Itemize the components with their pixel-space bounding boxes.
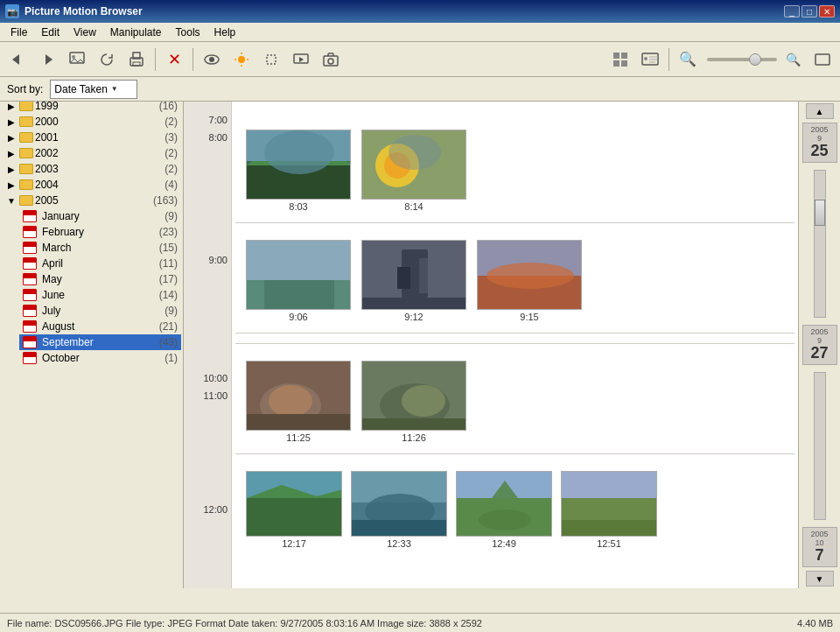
sort-label: Sort by: [7, 83, 43, 95]
fullscreen-button[interactable] [808, 46, 836, 74]
photo-thumb-912[interactable] [361, 240, 466, 310]
date-marker-oct7[interactable]: 2005 10 7 [802, 527, 837, 567]
photo-thumb-915[interactable] [477, 240, 582, 310]
photo-grid[interactable]: 8:03 8:14 [232, 102, 798, 588]
cal-icon-february [23, 226, 37, 238]
right-scrollbar[interactable] [814, 170, 826, 318]
photo-thumb-1125[interactable] [246, 361, 351, 431]
photo-thumb-1249[interactable] [456, 471, 552, 537]
menu-edit[interactable]: Edit [34, 25, 66, 40]
tree-label-2001: 2001 [35, 131, 159, 144]
menu-view[interactable]: View [66, 25, 103, 40]
scroll-up-button[interactable]: ▲ [806, 103, 834, 119]
tree-year-2003[interactable]: ▶ 2003 (2) [2, 161, 181, 177]
tree-year-2001[interactable]: ▶ 2001 (3) [2, 130, 181, 145]
zoom-slider-thumb[interactable] [749, 53, 761, 66]
red-eye-button[interactable] [198, 46, 226, 74]
date-marker-sep25[interactable]: 2005 9 25 [802, 123, 837, 163]
delete-button[interactable]: ✕ [160, 46, 188, 74]
camera-connect-button[interactable] [636, 46, 664, 74]
date-marker-day-2: 27 [810, 345, 828, 362]
zoom-slider[interactable] [707, 58, 777, 61]
photo-grid-inner: 8:03 8:14 [232, 102, 798, 559]
divider-9 [235, 222, 794, 229]
tree-year-2002[interactable]: ▶ 2002 (2) [2, 145, 181, 161]
count-september: (43) [159, 336, 178, 348]
menu-help[interactable]: Help [207, 25, 243, 40]
folder-icon-2000 [19, 116, 33, 127]
tree-year-2004[interactable]: ▶ 2004 (4) [2, 177, 181, 193]
month-july[interactable]: July (9) [19, 303, 181, 319]
svg-point-57 [269, 385, 312, 417]
minimize-button[interactable]: _ [784, 5, 800, 18]
month-june[interactable]: June (14) [19, 287, 181, 303]
divider-12 [235, 453, 794, 460]
status-text: File name: DSC09566.JPG File type: JPEG … [7, 618, 482, 628]
count-2001: (3) [164, 131, 178, 144]
time-label-1200: 12:00 [203, 504, 228, 515]
month-april[interactable]: April (11) [19, 256, 181, 271]
time-label-1000: 10:00 [203, 373, 228, 383]
maximize-button[interactable]: □ [802, 5, 817, 18]
brightness-button[interactable] [228, 46, 256, 74]
right-scrollbar-2[interactable] [814, 372, 826, 520]
count-february: (23) [159, 226, 178, 238]
svg-rect-77 [562, 472, 657, 498]
cal-icon-june [23, 289, 37, 301]
month-january[interactable]: January (9) [19, 208, 181, 224]
zoom-out-button[interactable]: 🔍 [674, 46, 702, 74]
date-marker-sep27[interactable]: 2005 9 27 [802, 325, 837, 365]
back-button[interactable] [4, 46, 32, 74]
photo-cell-915: 9:15 [477, 240, 582, 322]
zoom-in-button[interactable]: 🔍 [779, 46, 807, 74]
month-october[interactable]: October (1) [19, 350, 181, 366]
photo-thumb-1126[interactable] [361, 361, 466, 431]
svg-point-1 [72, 55, 75, 59]
svg-rect-44 [264, 280, 334, 310]
slideshow-button[interactable] [287, 46, 315, 74]
photo-thumb-1217[interactable] [246, 471, 342, 537]
photo-thumb-814[interactable] [361, 130, 466, 200]
photo-thumb-1233[interactable] [351, 471, 447, 537]
close-button[interactable]: ✕ [819, 5, 835, 18]
camera-button[interactable] [317, 46, 345, 74]
crop-button[interactable] [257, 46, 285, 74]
print-button[interactable] [122, 46, 150, 74]
scroll-down-button[interactable]: ▼ [806, 571, 834, 586]
photo-label-1126: 11:26 [402, 432, 426, 443]
menu-tools[interactable]: Tools [169, 25, 207, 40]
month-february[interactable]: February (23) [19, 224, 181, 240]
divider-10 [235, 333, 794, 340]
svg-rect-12 [267, 55, 276, 64]
tree-year-2005[interactable]: ▼ 2005 (163) [2, 193, 181, 208]
photo-thumb-1251[interactable] [561, 471, 657, 537]
forward-button[interactable] [33, 46, 61, 74]
month-label-march: March [42, 242, 154, 254]
count-august: (21) [159, 320, 178, 333]
tree-arrow-1999: ▶ [5, 100, 18, 112]
menu-manipulate[interactable]: Manipulate [103, 25, 169, 40]
month-label-january: January [42, 210, 159, 222]
photo-cell-803: 8:03 [246, 130, 351, 212]
photo-thumb-803[interactable] [246, 130, 351, 200]
count-june: (14) [159, 289, 178, 301]
separator-1 [155, 48, 156, 71]
tree-label-2002: 2002 [35, 147, 159, 159]
count-july: (9) [164, 305, 178, 317]
month-may[interactable]: May (17) [19, 271, 181, 287]
rotate-button[interactable] [93, 46, 121, 74]
month-september[interactable]: September (43) [19, 334, 181, 350]
sort-dropdown[interactable]: Date Taken ▼ [50, 80, 137, 99]
month-august[interactable]: August (21) [19, 319, 181, 334]
photo-thumb-906[interactable] [246, 240, 351, 310]
scrollbar-thumb[interactable] [815, 200, 825, 226]
thumbnail-view-button[interactable] [606, 46, 634, 74]
photo-row-9: 9:06 [235, 233, 794, 329]
month-march[interactable]: March (15) [19, 240, 181, 256]
time-label-800: 8:00 [209, 132, 228, 143]
count-may: (17) [159, 273, 178, 285]
tree-year-2000[interactable]: ▶ 2000 (2) [2, 114, 181, 130]
menu-file[interactable]: File [4, 25, 34, 40]
photo-label-915: 9:15 [520, 312, 538, 322]
import-button[interactable] [63, 46, 91, 74]
